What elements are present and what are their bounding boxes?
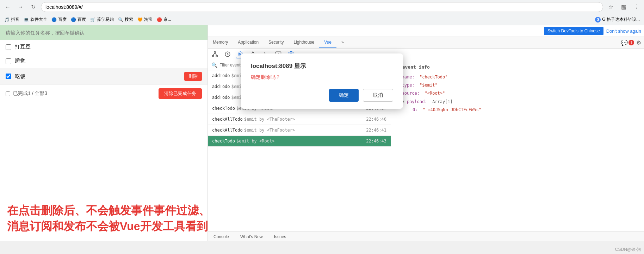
bookmark-icon-douyin: 🎵 (4, 17, 10, 22)
bookmark-icon-taobao: 🧡 (137, 17, 143, 22)
watermark: CSDN@银-河 (615, 247, 641, 253)
bookmark-software[interactable]: 💻 软件大全 (24, 17, 47, 23)
dialog-buttons: 确定 取消 (251, 89, 393, 102)
bookmark-suning[interactable]: 🛒 苏宁易购 (90, 17, 114, 23)
bookmark-icon-baidu1: 🔵 (51, 17, 57, 22)
bookmark-baidu1[interactable]: 🔵 百度 (51, 17, 67, 23)
bookmark-jd[interactable]: 🔴 京... (157, 17, 171, 23)
extra-bookmark[interactable]: G G·格子达本科毕设... (595, 17, 640, 23)
forward-button[interactable]: → (16, 2, 25, 12)
main-area: 打豆豆 睡觉 吃饭 删除 已完成1 / 全部3 清除已完成任务 在点击删除后、不… (0, 25, 644, 241)
bookmark-icon-jd: 🔴 (157, 17, 162, 22)
extensions-icon[interactable]: ▧ (619, 2, 628, 12)
reload-button[interactable]: ↻ (28, 2, 38, 12)
bookmark-icon-baidu2: 🔵 (71, 17, 76, 22)
dialog-message-highlight: 删除 (261, 74, 271, 80)
menu-icon[interactable]: ⋮ (631, 2, 641, 12)
dialog-message-prefix: 确定 (251, 74, 261, 80)
url-text: localhost:8089/#/ (45, 4, 83, 10)
bookmark-baidu2[interactable]: 🔵 百度 (71, 17, 86, 23)
dialog-overlay: localhost:8089 显示 确定删除吗？ 确定 取消 (0, 25, 644, 241)
url-bar[interactable]: localhost:8089/#/ (41, 2, 603, 12)
address-bar: ← → ↻ localhost:8089/#/ ☆ ▧ ⋮ (0, 0, 644, 14)
dialog-cancel-button[interactable]: 取消 (363, 89, 393, 102)
dialog-confirm-button[interactable]: 确定 (329, 89, 359, 102)
dialog-message: 确定删除吗？ (251, 74, 393, 81)
bookmark-search[interactable]: 🔍 搜索 (118, 17, 133, 23)
bookmark-icon-software: 💻 (24, 17, 29, 22)
back-button[interactable]: ← (3, 2, 13, 12)
dialog-title: localhost:8089 显示 (251, 62, 393, 70)
g-icon: G (595, 17, 601, 23)
bookmarks-bar: 🎵 抖音 💻 软件大全 🔵 百度 🔵 百度 🛒 苏宁易购 🔍 搜索 🧡 淘宝 (0, 14, 644, 25)
bookmark-icon-search: 🔍 (118, 17, 123, 22)
browser-chrome: ← → ↻ localhost:8089/#/ ☆ ▧ ⋮ 🎵 抖音 💻 软件大… (0, 0, 644, 25)
bookmark-icon-suning: 🛒 (90, 17, 95, 22)
dialog-message-suffix: 吗？ (271, 74, 280, 80)
bookmark-douyin[interactable]: 🎵 抖音 (4, 17, 19, 23)
confirm-dialog: localhost:8089 显示 确定删除吗？ 确定 取消 (241, 53, 403, 109)
bookmark-taobao[interactable]: 🧡 淘宝 (137, 17, 153, 23)
bookmark-icon[interactable]: ☆ (606, 2, 616, 12)
